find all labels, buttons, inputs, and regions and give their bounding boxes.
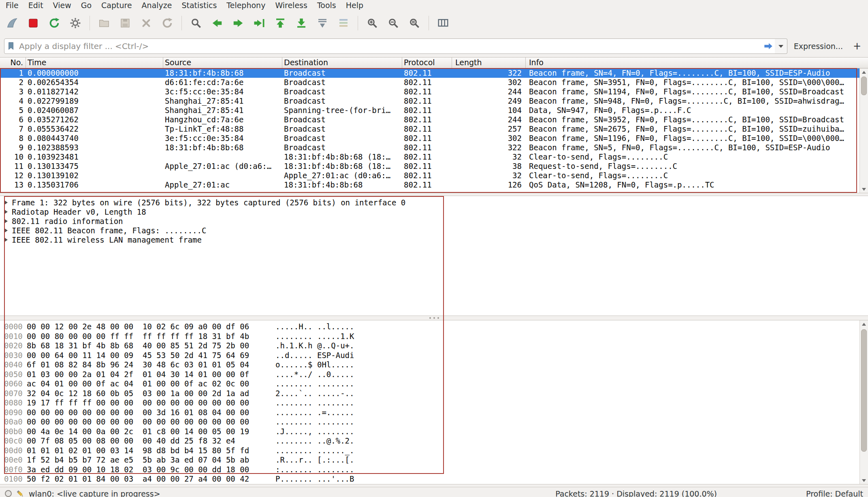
find-packet-button[interactable] [187,14,205,32]
menu-item[interactable]: Help [341,0,368,11]
hex-row[interactable]: 0000 00 00 12 00 2e 48 00 00 10 02 6c 09… [4,322,859,332]
hex-row[interactable]: 0030 00 00 64 00 11 14 00 09 45 53 50 2d… [4,351,859,360]
column-header-protocol[interactable]: Protocol [402,58,452,68]
menu-item[interactable]: Analyze [137,0,177,11]
scroll-down-icon[interactable] [860,477,868,484]
packet-row[interactable]: 4 0.022799189 Shanghai_27:85:41 Broadcas… [0,96,859,106]
profile-label[interactable]: Profile: Default [806,489,863,497]
packet-row[interactable]: 3 0.011827142 3c:f5:cc:0e:35:84 Broadcas… [0,87,859,96]
packet-list-scrollbar[interactable] [859,68,868,193]
menu-item[interactable]: Wireless [270,0,312,11]
menu-item[interactable]: Go [76,0,96,11]
menu-item[interactable]: Tools [312,0,341,11]
filter-bookmark-icon[interactable] [7,41,16,51]
hex-row[interactable]: 00a0 00 00 00 00 00 00 00 00 00 00 00 00… [4,417,859,427]
hex-row[interactable]: 00d0 01 01 01 02 01 00 03 14 98 d8 bd b4… [4,446,859,456]
packet-row[interactable]: 7 0.055536422 Tp-LinkT_ef:48:88 Broadcas… [0,124,859,134]
detail-tree-row[interactable]: 802.11 radio information [3,216,868,226]
scroll-up-icon[interactable] [860,320,868,328]
zoom-out-button[interactable] [384,14,403,32]
detail-tree-row[interactable]: Frame 1: 322 bytes on wire (2576 bits), … [3,198,868,207]
go-back-button[interactable] [208,14,226,32]
expander-triangle-icon[interactable] [4,237,8,242]
hex-row[interactable]: 0060 ac 04 01 00 00 0f ac 04 01 00 00 0f… [4,379,859,389]
hex-row[interactable]: 0100 50 f2 02 01 01 84 00 03 a4 00 00 27… [4,474,859,484]
packet-row[interactable]: 13 0.135031706 Apple_27:01:ac 18:31:bf:4… [0,180,859,190]
hex-row[interactable]: 00b0 00 4a 0e 14 00 0a 00 2c 01 c8 00 14… [4,427,859,437]
start-capture-button[interactable] [3,14,21,32]
detail-tree-row[interactable]: IEEE 802.11 Beacon frame, Flags: .......… [3,226,868,235]
stop-capture-button[interactable] [24,14,43,32]
expert-info-icon[interactable] [5,490,12,497]
packet-row[interactable]: 5 0.024060087 Shanghai_27:85:41 Spanning… [0,106,859,115]
expression-button[interactable]: Expression... [794,42,843,51]
column-header-source[interactable]: Source [163,58,282,68]
add-filter-button[interactable]: + [850,39,864,53]
reload-file-button[interactable] [158,14,177,32]
packet-row[interactable]: 6 0.035271262 Hangzhou_cd:7a:6e Broadcas… [0,115,859,124]
auto-scroll-button[interactable] [313,14,332,32]
hex-row[interactable]: 00c0 00 7f 08 05 00 08 00 00 00 40 dd 25… [4,436,859,446]
packet-row[interactable]: 12 0.130139102 Apple_27:01:ac (d0:a6:… 8… [0,171,859,180]
packet-row[interactable]: 9 0.102388593 18:31:bf:4b:8b:68 Broadcas… [0,143,859,152]
expander-triangle-icon[interactable] [4,209,8,214]
capture-status-text: wlan0: <live capture in progress> [29,489,160,497]
display-filter-input[interactable] [18,41,762,51]
go-to-bottom-button[interactable] [292,14,311,32]
close-file-button[interactable] [137,14,156,32]
packet-row[interactable]: 10 0.103923481 18:31:bf:4b:8b:68 (18:… 8… [0,152,859,162]
packet-row[interactable]: 2 0.002654354 d6:61:fe:cd:7a:6e Broadcas… [0,78,859,87]
hex-row[interactable]: 0090 00 00 00 00 00 00 00 00 00 3d 16 01… [4,408,859,418]
go-forward-button[interactable] [229,14,247,32]
menu-item[interactable]: View [48,0,76,11]
zoom-original-button[interactable] [405,14,424,32]
scroll-up-icon[interactable] [860,68,868,76]
menu-item[interactable]: File [1,0,23,11]
pane-splitter[interactable] [0,193,868,196]
hex-row[interactable]: 0050 01 03 00 00 2a 01 04 2f 01 04 30 14… [4,370,859,380]
colorize-button[interactable] [334,14,353,32]
column-header-time[interactable]: Time [26,58,163,68]
apply-filter-arrow-icon[interactable] [762,41,774,51]
packet-row[interactable]: 8 0.080443740 3e:f5:cc:0e:35:84 Broadcas… [0,134,859,143]
filter-bar: Expression... + [0,35,868,57]
open-file-button[interactable] [95,14,113,32]
column-header-info[interactable]: Info [526,58,868,68]
hex-row[interactable]: 00f0 3a ed dd 09 00 10 18 02 03 00 9c 00… [4,465,859,475]
menu-item[interactable]: Statistics [177,0,222,11]
hex-row[interactable]: 0010 00 00 80 00 00 00 ff ff ff ff ff ff… [4,332,859,341]
detail-tree-row[interactable]: Radiotap Header v0, Length 18 [3,207,868,216]
hex-pane-scrollbar[interactable] [859,320,868,484]
save-file-button[interactable] [116,14,134,32]
filter-history-dropdown[interactable] [775,38,787,54]
packet-row[interactable]: 1 0.000000000 18:31:bf:4b:8b:68 Broadcas… [0,68,859,78]
pane-splitter-handle[interactable] [0,316,868,320]
hex-row[interactable]: 00e0 1f 52 b4 b5 b7 72 ae e5 5b ab 3a ed… [4,455,859,465]
detail-tree-row[interactable]: IEEE 802.11 wireless LAN management fram… [3,235,868,244]
capture-options-button[interactable] [66,14,85,32]
expander-triangle-icon[interactable] [4,219,8,224]
menu-item[interactable]: Telephony [222,0,270,11]
expander-triangle-icon[interactable] [4,200,8,205]
capture-comment-pencil-icon[interactable] [16,489,25,497]
column-header-length[interactable]: Length [452,58,526,68]
hex-row[interactable]: 0080 19 17 ff ff ff 00 00 00 00 00 00 00… [4,398,859,408]
packet-row[interactable]: 11 0.130133475 Apple_27:01:ac (d0:a6:… 1… [0,162,859,171]
menu-item[interactable]: Edit [23,0,48,11]
scrollbar-thumb[interactable] [861,329,867,452]
go-to-packet-button[interactable] [250,14,269,32]
scroll-down-icon[interactable] [860,186,868,193]
display-filter-box[interactable] [4,38,776,54]
hex-row[interactable]: 0020 8b 68 18 31 bf 4b 8b 68 40 00 85 51… [4,341,859,351]
zoom-in-button[interactable] [363,14,382,32]
resize-columns-button[interactable] [434,14,452,32]
menu-item[interactable]: Capture [96,0,137,11]
scrollbar-thumb[interactable] [861,77,867,95]
hex-row[interactable]: 0040 6f 01 08 82 84 8b 96 24 30 48 6c 03… [4,360,859,370]
hex-row[interactable]: 0070 32 04 0c 12 18 60 0b 05 03 00 1a 00… [4,389,859,399]
column-header-no[interactable]: No. [0,58,26,68]
go-to-top-button[interactable] [271,14,290,32]
restart-capture-button[interactable] [45,14,64,32]
expander-triangle-icon[interactable] [4,228,8,233]
column-header-destination[interactable]: Destination [282,58,402,68]
